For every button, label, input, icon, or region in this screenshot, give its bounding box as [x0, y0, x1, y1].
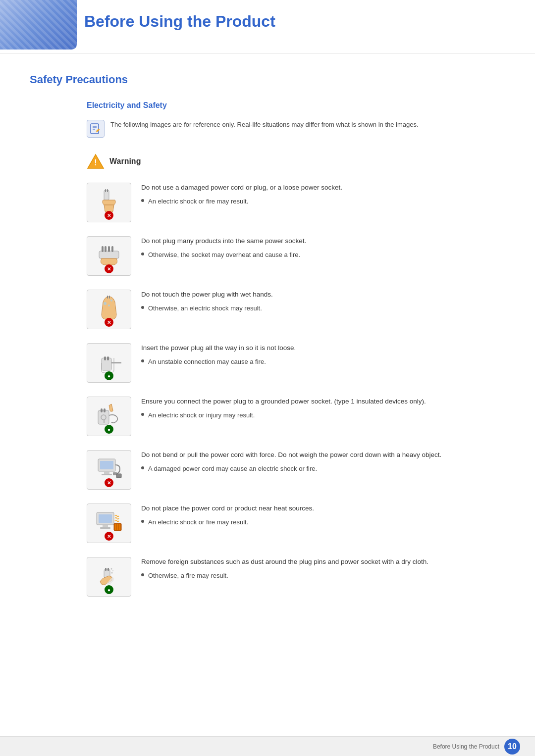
svg-rect-12: [105, 246, 107, 252]
svg-rect-35: [99, 514, 112, 523]
svg-point-16: [110, 300, 112, 302]
item-bullet-8: Otherwise, a fire may result.: [141, 571, 505, 581]
item-image-3: ✕: [87, 290, 131, 329]
item-bullet-7: An electric shock or fire may result.: [141, 517, 505, 527]
item-bullet-text-5: An electric shock or injury may result.: [148, 410, 255, 420]
svg-rect-9: [107, 189, 108, 192]
note-text: The following images are for reference o…: [110, 120, 419, 130]
bullet-dot-1: [141, 199, 144, 202]
item-main-text-3: Do not touch the power plug with wet han…: [141, 290, 505, 300]
warning-item-4: ● Insert the power plug all the way in s…: [87, 343, 505, 383]
bullet-dot-7: [141, 520, 144, 523]
svg-rect-7: [104, 190, 109, 200]
bullet-dot-5: [141, 413, 144, 416]
svg-rect-30: [104, 471, 109, 474]
item-badge-2: ✕: [105, 264, 113, 273]
warning-item-5: ● Ensure you connect the power plug to a…: [87, 397, 505, 436]
item-bullet-6: A damaged power cord may cause an electr…: [141, 464, 505, 474]
svg-rect-19: [109, 296, 110, 299]
item-content-5: Ensure you connect the power plug to a g…: [141, 397, 505, 420]
svg-rect-29: [100, 461, 113, 469]
svg-rect-44: [107, 568, 109, 571]
svg-rect-33: [116, 474, 121, 478]
item-image-5: ●: [87, 397, 131, 436]
warning-item-3: ✕ Do not touch the power plug with wet h…: [87, 290, 505, 329]
item-image-6: ✕: [87, 450, 131, 490]
svg-rect-43: [105, 568, 107, 571]
footer-page-number: 10: [504, 739, 520, 755]
page-footer: Before Using the Product 10: [0, 736, 535, 756]
header-stripe: [0, 0, 77, 50]
item-badge-8: ●: [105, 585, 113, 594]
item-main-text-1: Do not use a damaged power cord or plug,…: [141, 183, 505, 193]
item-image-1: ✕: [87, 183, 131, 222]
bullet-dot-2: [141, 252, 144, 255]
page-header: Before Using the Product: [0, 0, 535, 53]
warning-header: ! Warning: [87, 152, 505, 170]
note-block: The following images are for reference o…: [87, 120, 505, 138]
svg-rect-21: [104, 356, 106, 360]
svg-rect-13: [108, 246, 110, 252]
item-bullet-text-4: An unstable connection may cause a fire.: [148, 357, 266, 367]
item-main-text-4: Insert the power plug all the way in so …: [141, 343, 505, 353]
svg-point-45: [111, 568, 112, 569]
item-content-1: Do not use a damaged power cord or plug,…: [141, 183, 505, 206]
item-content-4: Insert the power plug all the way in so …: [141, 343, 505, 367]
item-bullet-text-1: An electric shock or fire may result.: [148, 197, 248, 206]
svg-point-47: [111, 572, 113, 573]
header-blue-accent: [0, 0, 77, 50]
item-content-8: Remove foreign substances such as dust a…: [141, 557, 505, 581]
svg-rect-11: [102, 246, 104, 252]
item-content-2: Do not plug many products into the same …: [141, 236, 505, 260]
bullet-dot-3: [141, 306, 144, 309]
item-main-text-5: Ensure you connect the power plug to a g…: [141, 397, 505, 406]
item-bullet-text-8: Otherwise, a fire may result.: [148, 571, 228, 581]
item-bullet-text-6: A damaged power cord may cause an electr…: [148, 464, 317, 474]
svg-rect-10: [99, 251, 119, 258]
svg-text:!: !: [94, 158, 97, 167]
warning-item-8: ● Remove foreign substances such as dust…: [87, 557, 505, 597]
item-bullet-text-2: Otherwise, the socket may overheat and c…: [148, 250, 300, 260]
svg-rect-27: [104, 420, 105, 423]
item-bullet-text-7: An electric shock or fire may result.: [148, 517, 248, 527]
bullet-dot-6: [141, 466, 144, 469]
svg-rect-31: [102, 474, 112, 475]
svg-point-46: [112, 570, 113, 571]
svg-rect-18: [107, 296, 108, 299]
page-title: Before Using the Product: [84, 0, 535, 43]
item-badge-3: ✕: [105, 318, 113, 327]
section-title: Safety Precautions: [30, 73, 505, 86]
footer-text: Before Using the Product: [433, 743, 499, 750]
item-badge-1: ✕: [105, 211, 113, 220]
subsection-title: Electricity and Safety: [87, 101, 505, 110]
item-content-3: Do not touch the power plug with wet han…: [141, 290, 505, 313]
warning-item-2: ✕ Do not plug many products into the sam…: [87, 236, 505, 276]
svg-point-17: [108, 304, 110, 306]
svg-rect-14: [111, 246, 113, 252]
item-image-7: ✕: [87, 504, 131, 543]
item-bullet-2: Otherwise, the socket may overheat and c…: [141, 250, 505, 260]
svg-rect-25: [104, 408, 106, 412]
svg-rect-37: [100, 527, 110, 529]
svg-rect-8: [105, 189, 106, 192]
item-bullet-5: An electric shock or injury may result.: [141, 410, 505, 420]
item-main-text-2: Do not plug many products into the same …: [141, 236, 505, 246]
item-main-text-6: Do not bend or pull the power cord with …: [141, 450, 505, 460]
svg-rect-36: [103, 525, 108, 527]
item-main-text-7: Do not place the power cord or product n…: [141, 504, 505, 513]
item-bullet-text-3: Otherwise, an electric shock may result.: [148, 303, 262, 313]
item-badge-7: ✕: [105, 532, 113, 541]
item-image-4: ●: [87, 343, 131, 383]
note-icon: [87, 120, 105, 138]
item-bullet-3: Otherwise, an electric shock may result.: [141, 303, 505, 313]
item-badge-4: ●: [105, 371, 113, 380]
bullet-dot-4: [141, 359, 144, 362]
item-image-2: ✕: [87, 236, 131, 276]
item-image-8: ●: [87, 557, 131, 597]
svg-rect-0: [91, 124, 99, 134]
svg-rect-22: [107, 356, 109, 360]
bullet-dot-8: [141, 573, 144, 576]
warning-triangle-icon: !: [87, 152, 105, 170]
svg-rect-24: [101, 408, 103, 412]
item-bullet-4: An unstable connection may cause a fire.: [141, 357, 505, 367]
